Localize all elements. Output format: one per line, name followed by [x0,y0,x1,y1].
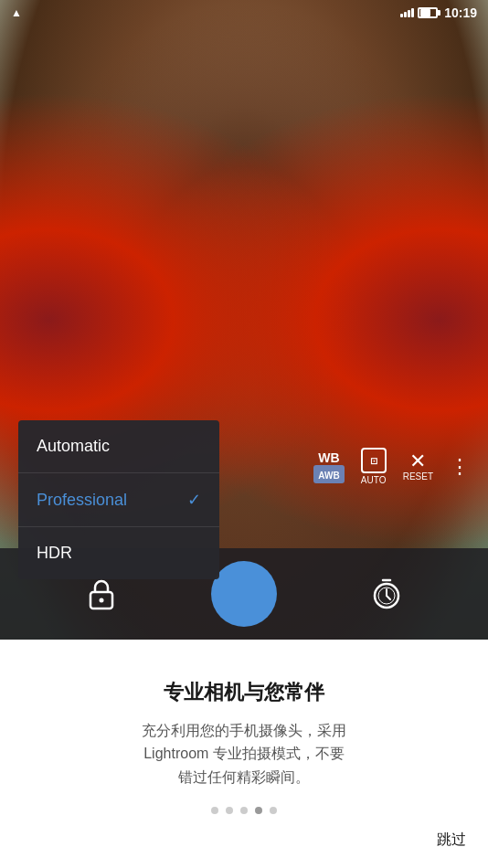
network-icon: ▲ [11,6,22,19]
svg-point-1 [100,598,104,603]
top-camera-controls: WB AWB ⊡ AUTO ✕ RESET ⋮ [313,448,470,485]
dot-4 [255,807,262,814]
dot-3 [240,807,248,814]
wb-badge-text: AWB [318,471,339,481]
hdr-label: HDR [37,544,72,563]
battery-icon [418,7,440,18]
shutter-button[interactable] [211,561,277,627]
lock-icon [87,577,116,610]
dot-1 [211,807,218,814]
info-section: 专业相机与您常伴 充分利用您的手机摄像头，采用Lightroom 专业拍摄模式，… [0,640,488,868]
auto-label: AUTO [361,475,387,485]
more-options-button[interactable]: ⋮ [450,455,470,479]
clock: 10:19 [444,5,477,20]
status-bar: ▲ 10:19 [0,0,488,26]
dot-2 [226,807,233,814]
info-description: 充分利用您的手机摄像头，采用Lightroom 专业拍摄模式，不要错过任何精彩瞬… [142,719,346,789]
skip-button[interactable]: 跳过 [437,831,466,850]
reset-control[interactable]: ✕ RESET [403,451,433,482]
wb-control[interactable]: WB AWB [313,450,344,483]
reset-label: RESET [403,471,433,482]
automatic-label: Automatic [37,437,110,456]
timer-button[interactable] [366,573,408,615]
auto-icon-inner: ⊡ [370,456,377,466]
more-icon: ⋮ [450,455,470,478]
dropdown-item-hdr[interactable]: HDR [18,527,219,579]
status-right: 10:19 [400,5,477,20]
page-dots [211,807,277,814]
status-left: ▲ [11,6,22,19]
check-icon: ✓ [187,490,201,510]
dropdown-item-automatic[interactable]: Automatic [18,420,219,472]
info-title: 专业相机与您常伴 [164,679,324,706]
auto-icon: ⊡ [361,448,387,473]
dot-5 [270,807,277,814]
wb-label: WB [318,450,339,465]
signal-bars [400,8,414,17]
dropdown-item-professional[interactable]: Professional ✓ [18,473,219,526]
auto-control[interactable]: ⊡ AUTO [361,448,387,485]
mode-dropdown: Automatic Professional ✓ HDR [18,420,219,579]
wb-badge: AWB [313,465,344,483]
camera-viewfinder: ▲ 10:19 Automatic Professional [0,0,488,640]
reset-x-icon: ✕ [409,451,426,471]
professional-label: Professional [37,491,127,510]
timer-icon [371,578,402,609]
